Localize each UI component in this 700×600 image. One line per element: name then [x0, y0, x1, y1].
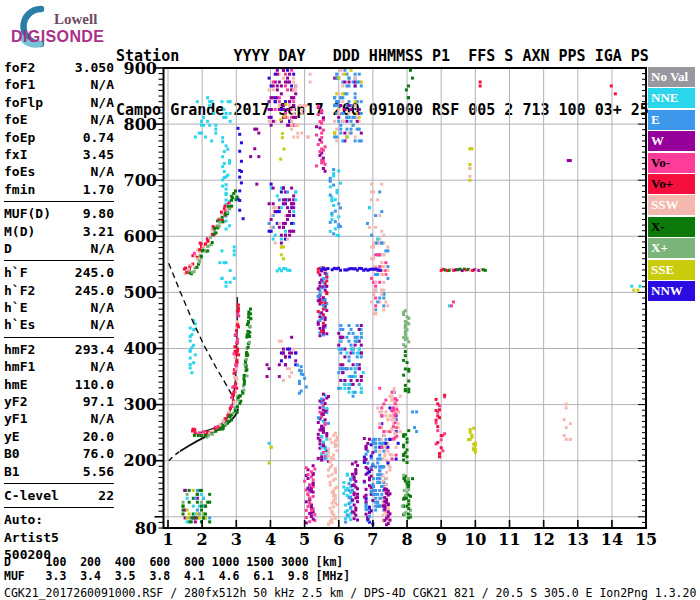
y-axis-label-200: 200	[124, 451, 157, 470]
file-info-line: CGK21_2017260091000.RSF / 280fx512h 50 k…	[4, 586, 696, 600]
legend-item-nnw: NNW	[648, 281, 695, 301]
ionogram-plot: 9008007006005004003002008012345678910111…	[0, 0, 700, 552]
legend-item-sse: SSE	[648, 260, 695, 280]
legend-item-vo-: Vo-	[648, 153, 695, 173]
y-axis-label-400: 400	[124, 339, 157, 358]
x-axis-label-6: 6	[333, 530, 344, 549]
y-axis-label-500: 500	[124, 283, 157, 302]
x-axis-label-5: 5	[299, 530, 310, 549]
legend-item-no-val: No Val	[648, 67, 695, 87]
x-axis-label-12: 12	[533, 530, 555, 549]
y-axis-label-900: 900	[124, 59, 157, 78]
x-axis-label-11: 11	[498, 530, 520, 549]
x-axis-label-10: 10	[464, 530, 486, 549]
x-axis-label-13: 13	[567, 530, 589, 549]
x-axis-label-4: 4	[265, 530, 276, 549]
legend-item-e: E	[648, 110, 695, 130]
x-axis-label-8: 8	[401, 530, 412, 549]
muf-row: MUF 3.3 3.4 3.5 3.8 4.1 4.6 6.1 9.8 [MHz…	[4, 569, 350, 583]
x-axis-label-9: 9	[436, 530, 447, 549]
legend-item-x-: X+	[648, 238, 695, 258]
x-axis-label-3: 3	[231, 530, 242, 549]
legend-item-nne: NNE	[648, 88, 695, 108]
x-axis-label-14: 14	[601, 530, 623, 549]
echo-status-legend: No ValNNEEWVo-Vo+SSWX-X+SSENNW	[648, 67, 695, 302]
ionogram-page: { "logo": {"line1": "Lowell", "line2": "…	[0, 0, 700, 600]
y-axis-label-300: 300	[124, 395, 157, 414]
legend-item-w: W	[648, 131, 695, 151]
x-axis-label-1: 1	[162, 530, 173, 549]
legend-item-x-: X-	[648, 217, 695, 237]
x-axis-label-7: 7	[367, 530, 378, 549]
legend-item-vo-: Vo+	[648, 174, 695, 194]
x-axis-label-2: 2	[197, 530, 208, 549]
distance-row: D 100 200 400 600 800 1000 1500 3000 [km…	[4, 555, 343, 569]
y-axis-label-80: 80	[135, 519, 157, 538]
x-axis-label-15: 15	[635, 530, 657, 549]
legend-item-ssw: SSW	[648, 195, 695, 215]
y-axis-label-700: 700	[124, 171, 157, 190]
y-axis-label-800: 800	[124, 115, 157, 134]
y-axis-label-600: 600	[124, 227, 157, 246]
